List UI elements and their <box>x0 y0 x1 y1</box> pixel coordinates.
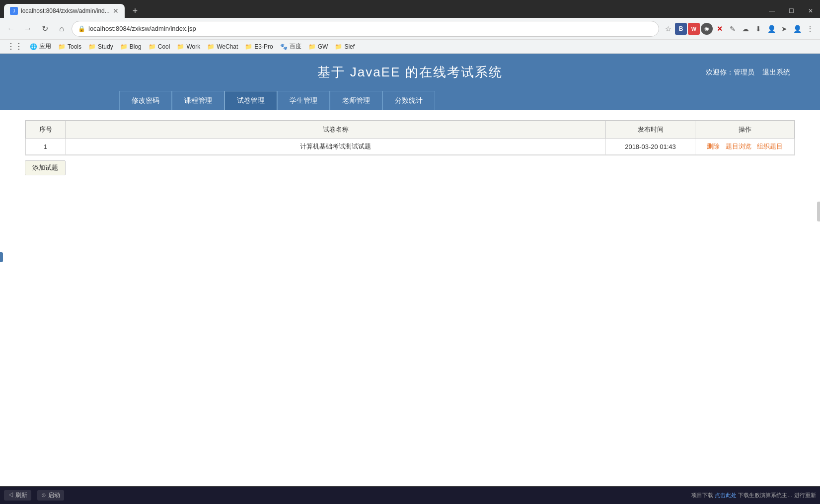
folder-icon-tools: 📁 <box>58 43 66 50</box>
add-exam-button[interactable]: 添加试题 <box>25 160 66 175</box>
page-wrapper: 基于 JavaEE 的在线考试系统 欢迎你：管理员 退出系统 修改密码 课程管理… <box>0 54 820 401</box>
home-button[interactable]: ⌂ <box>55 22 69 36</box>
table-body: 1 计算机基础考试测试试题 2018-03-20 01:43 删除 题目浏览 组… <box>26 139 795 155</box>
nav-item-student-manage[interactable]: 学生管理 <box>277 91 330 110</box>
extension-icon-circle[interactable]: ◉ <box>701 23 713 35</box>
right-side-indicator <box>817 202 820 221</box>
organize-questions-link[interactable]: 组织题目 <box>757 143 783 150</box>
cell-actions: 删除 题目浏览 组织题目 <box>695 139 795 155</box>
extension-icon-dl[interactable]: ⬇ <box>752 23 764 35</box>
lock-icon: 🔒 <box>78 25 85 32</box>
address-bar[interactable]: 🔒 localhost:8084/zxksw/admin/index.jsp <box>72 21 659 37</box>
window-controls: — ☐ ✕ <box>762 2 820 20</box>
folder-icon-cool: 📁 <box>149 43 156 50</box>
bookmark-baidu[interactable]: 🐾 百度 <box>277 41 304 52</box>
address-text: localhost:8084/zxksw/admin/index.jsp <box>88 25 653 32</box>
cell-name: 计算机基础考试测试试题 <box>66 139 606 155</box>
apps-icon: 🌐 <box>30 43 37 50</box>
back-button[interactable]: ← <box>4 22 18 36</box>
table-wrapper: 序号 试卷名称 发布时间 操作 1 计算机基础考试测试试题 2018-03-20… <box>25 120 795 155</box>
bookmark-e3pro[interactable]: 📁 E3-Pro <box>242 42 276 51</box>
nav-link-course-manage[interactable]: 课程管理 <box>172 91 224 110</box>
extension-icon-cloud[interactable]: ☁ <box>740 23 751 35</box>
left-side-indicator <box>0 252 3 262</box>
bookmark-blog[interactable]: 📁 Blog <box>117 42 145 51</box>
bookmark-study[interactable]: 📁 Study <box>85 42 116 51</box>
nav-item-score-stats[interactable]: 分数统计 <box>382 91 435 110</box>
cell-time: 2018-03-20 01:43 <box>606 139 695 155</box>
close-button[interactable]: ✕ <box>801 2 820 20</box>
star-icon[interactable]: ☆ <box>662 23 674 35</box>
folder-icon-e3pro: 📁 <box>245 43 252 50</box>
maximize-button[interactable]: ☐ <box>782 2 801 20</box>
nav-item-course-manage[interactable]: 课程管理 <box>172 91 224 110</box>
active-tab[interactable]: J localhost:8084/zxksw/admin/ind... ✕ <box>4 4 125 18</box>
cell-id: 1 <box>26 139 66 155</box>
main-content: 序号 试卷名称 发布时间 操作 1 计算机基础考试测试试题 2018-03-20… <box>0 110 820 185</box>
bookmark-tools[interactable]: 📁 Tools <box>55 42 84 51</box>
browser-chrome: J localhost:8084/zxksw/admin/ind... ✕ + … <box>0 0 820 54</box>
new-tab-button[interactable]: + <box>129 6 142 16</box>
nav-item-change-password[interactable]: 修改密码 <box>119 91 172 110</box>
nav-link-change-password[interactable]: 修改密码 <box>119 91 172 110</box>
table-header: 序号 试卷名称 发布时间 操作 <box>26 121 795 139</box>
nav-link-exam-manage[interactable]: 试卷管理 <box>224 91 277 110</box>
extension-icon-arrow[interactable]: ➤ <box>778 23 790 35</box>
toolbar-icons: ☆ B W ◉ ✕ ✎ ☁ ⬇ 👤 ➤ 👤 ⋮ <box>662 23 816 35</box>
extension-icon-w[interactable]: W <box>688 23 700 35</box>
folder-icon-wechat: 📁 <box>207 43 215 50</box>
folder-icon-work: 📁 <box>177 43 184 50</box>
menu-icon[interactable]: ⋮ <box>804 23 816 35</box>
folder-icon-slef: 📁 <box>335 43 342 50</box>
nav-link-student-manage[interactable]: 学生管理 <box>277 91 330 110</box>
nav-link-teacher-manage[interactable]: 老师管理 <box>330 91 382 110</box>
bookmarks-bar: ⋮⋮ 🌐 应用 📁 Tools 📁 Study 📁 Blog 📁 Cool 📁 … <box>0 40 820 54</box>
nav-link-score-stats[interactable]: 分数统计 <box>382 91 435 110</box>
extension-icon-x[interactable]: ✕ <box>714 23 726 35</box>
nav-list: 修改密码 课程管理 试卷管理 学生管理 老师管理 分数统计 <box>119 91 820 110</box>
app-nav: 修改密码 课程管理 试卷管理 学生管理 老师管理 分数统计 <box>0 91 820 110</box>
minimize-button[interactable]: — <box>762 2 782 20</box>
profile-icon[interactable]: 👤 <box>791 23 803 35</box>
app-title: 基于 JavaEE 的在线考试系统 <box>0 64 820 81</box>
browser-toolbar: ← → ↻ ⌂ 🔒 localhost:8084/zxksw/admin/ind… <box>0 18 820 40</box>
bookmark-slef[interactable]: 📁 Slef <box>332 42 358 51</box>
logout-link[interactable]: 退出系统 <box>762 68 790 77</box>
baidu-icon: 🐾 <box>280 43 288 50</box>
refresh-button[interactable]: ↻ <box>38 22 52 36</box>
folder-icon-blog: 📁 <box>120 43 128 50</box>
bookmark-work[interactable]: 📁 Work <box>174 42 203 51</box>
table-header-row: 序号 试卷名称 发布时间 操作 <box>26 121 795 139</box>
bookmark-apps[interactable]: 🌐 应用 <box>27 41 54 52</box>
table-row: 1 计算机基础考试测试试题 2018-03-20 01:43 删除 题目浏览 组… <box>26 139 795 155</box>
exam-table: 序号 试卷名称 发布时间 操作 1 计算机基础考试测试试题 2018-03-20… <box>25 121 795 155</box>
folder-icon-study: 📁 <box>88 43 96 50</box>
tab-favicon: J <box>10 7 18 15</box>
browse-questions-link[interactable]: 题目浏览 <box>726 143 751 150</box>
bookmark-gw[interactable]: 📁 GW <box>305 42 331 51</box>
delete-link[interactable]: 删除 <box>707 143 720 150</box>
bookmark-wechat[interactable]: 📁 WeChat <box>204 42 241 51</box>
apps-button[interactable]: ⋮⋮ <box>4 41 26 52</box>
app-header: 基于 JavaEE 的在线考试系统 欢迎你：管理员 退出系统 <box>0 54 820 91</box>
col-header-time: 发布时间 <box>606 121 695 139</box>
header-right: 欢迎你：管理员 退出系统 <box>706 68 790 77</box>
extension-icon-edit[interactable]: ✎ <box>727 23 739 35</box>
nav-item-teacher-manage[interactable]: 老师管理 <box>330 91 382 110</box>
tab-close-button[interactable]: ✕ <box>113 7 119 15</box>
forward-button[interactable]: → <box>21 22 35 36</box>
col-header-id: 序号 <box>26 121 66 139</box>
col-header-name: 试卷名称 <box>66 121 606 139</box>
folder-icon-gw: 📁 <box>308 43 316 50</box>
nav-item-exam-manage[interactable]: 试卷管理 <box>224 91 277 110</box>
tab-title: localhost:8084/zxksw/admin/ind... <box>21 7 110 14</box>
extension-icon-b[interactable]: B <box>675 23 687 35</box>
col-header-action: 操作 <box>695 121 795 139</box>
extension-icon-person[interactable]: 👤 <box>765 23 777 35</box>
bookmark-cool[interactable]: 📁 Cool <box>146 42 173 51</box>
welcome-text: 欢迎你：管理员 <box>706 68 754 77</box>
tab-bar: J localhost:8084/zxksw/admin/ind... ✕ + … <box>0 0 820 18</box>
